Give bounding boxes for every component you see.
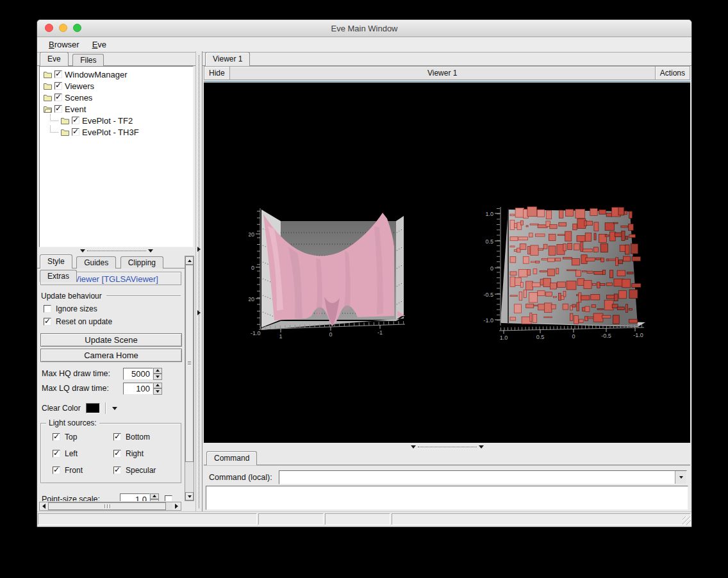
splitter-arrow-icon	[197, 247, 201, 252]
light-specular-checkbox[interactable]	[113, 467, 121, 474]
tree-checkbox[interactable]	[72, 128, 79, 136]
menu-browser[interactable]: Browser	[42, 38, 86, 51]
step-up-button[interactable]	[153, 383, 162, 389]
light-specular-label: Specular	[126, 466, 156, 475]
light-front-label: Front	[65, 466, 83, 475]
max-lq-row: Max LQ draw time: 100	[42, 381, 183, 395]
zoom-window-button[interactable]	[73, 24, 81, 32]
minimize-window-button[interactable]	[59, 24, 67, 32]
max-lq-stepper	[153, 383, 162, 395]
folder-icon	[44, 83, 52, 90]
max-lq-input[interactable]: 100	[123, 383, 153, 395]
light-top-row: Top	[53, 431, 113, 443]
tree-checkbox[interactable]	[54, 82, 62, 90]
light-front-row: Front	[53, 465, 113, 476]
tab-command[interactable]: Command	[206, 451, 257, 465]
tree-item-eveplot-th3f[interactable]: EvePlot - TH3F	[41, 126, 192, 138]
update-behaviour-heading: Update behaviour	[41, 292, 181, 301]
tree-item-viewers[interactable]: Viewers	[41, 80, 192, 92]
gl-viewport[interactable]: 20 0 -20 1 0 -1 -1.0	[204, 83, 690, 443]
tree-item-event[interactable]: Event	[41, 103, 192, 115]
status-cell	[392, 513, 691, 525]
splitter-arrow-icon	[148, 249, 153, 252]
light-bottom-checkbox[interactable]	[113, 433, 121, 441]
command-history-dropdown[interactable]	[675, 471, 686, 484]
max-hq-input[interactable]: 5000	[123, 368, 153, 380]
tab-clipping[interactable]: Clipping	[120, 256, 163, 268]
point-size-label: Point-size scale:	[42, 495, 100, 501]
tab-files[interactable]: Files	[72, 54, 104, 66]
tree-checkbox[interactable]	[54, 105, 62, 113]
thumb-grip	[104, 504, 111, 508]
point-size-checkbox[interactable]	[165, 495, 172, 501]
ignore-sizes-checkbox[interactable]	[44, 305, 51, 313]
step-down-button[interactable]	[153, 374, 162, 380]
clear-color-dropdown[interactable]	[111, 403, 119, 413]
tree-checkbox[interactable]	[72, 117, 79, 124]
scroll-left-button[interactable]	[40, 502, 48, 510]
light-bottom-label: Bottom	[126, 433, 150, 442]
scroll-up-button[interactable]	[185, 256, 194, 265]
resize-grip[interactable]	[682, 516, 691, 525]
window-title: Eve Main Window	[331, 24, 397, 33]
tree-item-label: EvePlot - TH3F	[82, 128, 139, 137]
svg-text:0: 0	[572, 333, 575, 340]
tab-style[interactable]: Style	[40, 254, 72, 268]
step-up-button[interactable]	[150, 493, 159, 500]
svg-text:1: 1	[279, 333, 282, 340]
light-top-checkbox[interactable]	[53, 433, 60, 441]
svg-text:-0.5: -0.5	[483, 292, 493, 298]
step-up-button[interactable]	[153, 368, 162, 374]
divider	[105, 402, 106, 414]
viewer-command-splitter[interactable]	[204, 443, 690, 450]
light-top-label: Top	[65, 433, 77, 442]
tree-item-windowmanager[interactable]: WindowManager	[41, 69, 192, 80]
splitter-arrow-icon	[197, 310, 201, 315]
tree-style-splitter[interactable]	[37, 247, 195, 254]
light-sources-group: Light sources: Top Bottom Left	[40, 423, 181, 483]
light-left-row: Left	[53, 448, 113, 459]
style-vertical-scrollbar[interactable]	[185, 256, 194, 501]
tree-checkbox[interactable]	[54, 70, 62, 78]
camera-home-button[interactable]: Camera Home	[40, 349, 182, 362]
light-right-checkbox[interactable]	[113, 450, 121, 458]
style-horizontal-scrollbar[interactable]	[39, 502, 181, 511]
eve-tree: WindowManager Viewers Scenes Event	[39, 66, 194, 247]
light-front-checkbox[interactable]	[53, 467, 60, 474]
point-size-input[interactable]: 1.0	[120, 493, 150, 502]
svg-text:0.5: 0.5	[536, 334, 545, 340]
tree-item-scenes[interactable]: Scenes	[41, 92, 192, 103]
actions-button[interactable]: Actions	[655, 67, 690, 79]
hide-button[interactable]: Hide	[204, 67, 230, 79]
command-input[interactable]	[279, 470, 687, 484]
reset-on-update-row: Reset on update	[44, 316, 183, 327]
menu-eve[interactable]: Eve	[86, 38, 113, 51]
scroll-right-button[interactable]	[172, 502, 181, 510]
clear-color-label: Clear Color	[42, 404, 81, 413]
panel-splitter[interactable]	[195, 51, 203, 512]
browser-tabstrip: Eve Files	[37, 51, 195, 66]
tab-extras[interactable]: Extras	[40, 270, 77, 282]
svg-text:1.0: 1.0	[485, 211, 493, 217]
scrollbar-thumb[interactable]	[48, 502, 166, 510]
tab-guides[interactable]: Guides	[76, 256, 116, 268]
command-output[interactable]	[206, 486, 688, 510]
tab-eve[interactable]: Eve	[40, 52, 69, 66]
scrollbar-thumb[interactable]	[185, 265, 194, 462]
reset-on-update-label: Reset on update	[56, 317, 112, 326]
titlebar[interactable]: Eve Main Window	[37, 20, 691, 37]
update-scene-button[interactable]: Update Scene	[40, 333, 182, 347]
scroll-down-button[interactable]	[185, 492, 194, 500]
chevron-down-icon	[112, 407, 117, 410]
close-window-button[interactable]	[45, 24, 53, 32]
step-down-button[interactable]	[153, 388, 162, 395]
tree-checkbox[interactable]	[54, 94, 62, 101]
reset-on-update-checkbox[interactable]	[44, 318, 51, 326]
tf2-surface-plot: 20 0 -20 1 0 -1 -1.0	[249, 201, 414, 343]
tree-item-eveplot-tf2[interactable]: EvePlot - TF2	[41, 115, 192, 126]
light-left-checkbox[interactable]	[53, 450, 60, 458]
traffic-lights	[45, 24, 81, 32]
clear-color-swatch[interactable]	[86, 403, 100, 413]
tab-viewer-1[interactable]: Viewer 1	[205, 52, 250, 66]
step-down-button[interactable]	[150, 499, 159, 501]
